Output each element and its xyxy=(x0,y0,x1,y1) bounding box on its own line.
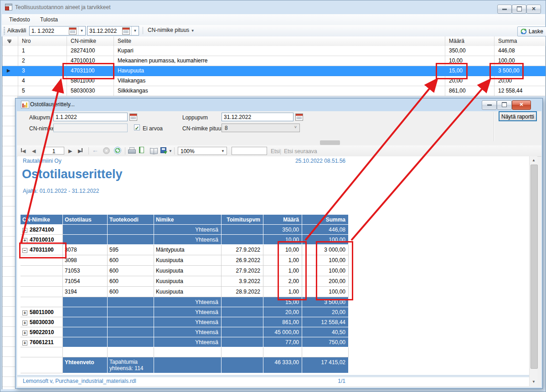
cn-pituus-select[interactable]: 8 ˅ xyxy=(221,124,300,132)
cancel-icon: ✕ xyxy=(103,147,110,154)
column-header-summa[interactable]: Summa xyxy=(494,36,546,46)
table-row[interactable]: 558030030Silkkikangas861,0012 558,44 xyxy=(2,86,546,96)
report-row-summary: YhteenvetoTapahtumia yhteensä: 11446 333… xyxy=(21,357,349,373)
scroll-down-icon[interactable]: ▼ xyxy=(530,378,537,386)
row-selector[interactable] xyxy=(2,86,18,96)
find-button[interactable]: Etsi xyxy=(271,148,280,155)
report-scrollbar[interactable]: ▲ ▼ xyxy=(529,156,537,386)
loppupvm-label: Loppupvm xyxy=(182,114,208,121)
column-header-selite[interactable]: Selite xyxy=(114,36,445,46)
report-cell: Yhteensä xyxy=(154,307,221,317)
expand-icon[interactable]: + xyxy=(22,238,27,243)
table-row[interactable]: 458011000Villakangas20,0020,00 xyxy=(2,76,546,86)
expand-icon[interactable]: + xyxy=(22,330,27,335)
cancel-button[interactable]: ✕ xyxy=(103,147,110,155)
laske-button[interactable]: Laske xyxy=(517,26,546,36)
calendar-icon[interactable] xyxy=(69,27,77,35)
minimize-button[interactable] xyxy=(497,5,512,14)
expand-icon[interactable]: + xyxy=(22,228,27,233)
menu-tulosta[interactable]: Tulosta xyxy=(37,16,61,24)
cell-selite: Havupuuta xyxy=(114,66,445,76)
report-cell-cn xyxy=(21,255,63,266)
report-cell: 46 333,00 xyxy=(263,357,302,373)
show-report-button[interactable]: Näytä raportti xyxy=(499,111,537,121)
dialog-close-button[interactable]: ✕ xyxy=(512,100,531,110)
column-header-nro[interactable]: Nro xyxy=(18,36,67,46)
report-cell xyxy=(108,317,154,327)
report-cell xyxy=(108,327,154,337)
report-row-group: +58030030Yhteensä861,0012 558,44 xyxy=(21,317,349,327)
first-page-button[interactable]: ◀ xyxy=(21,147,26,155)
report-cell: 3.9.2022 xyxy=(221,276,263,287)
print-layout-button[interactable] xyxy=(139,147,144,154)
export-button[interactable] xyxy=(160,147,166,155)
expand-icon[interactable]: + xyxy=(22,310,27,315)
report-column-header: Määrä xyxy=(263,215,302,225)
chevron-down-icon[interactable]: ▼ xyxy=(78,26,85,35)
row-selector[interactable]: ▶ xyxy=(2,66,18,76)
report-cell xyxy=(108,235,154,245)
grid-rows: 128274100Kupari350,00446,08247010010Meka… xyxy=(2,46,546,96)
column-header-cn-nimike[interactable]: CN-nimike xyxy=(67,36,114,46)
cell-maara: 861,00 xyxy=(445,86,494,96)
zoom-select[interactable]: 100% ▼ xyxy=(178,147,227,155)
cn-length-dropdown[interactable]: CN-nimike pituus ▼ xyxy=(148,27,195,33)
dialog-maximize-button[interactable] xyxy=(497,100,512,110)
calendar-icon[interactable] xyxy=(122,27,130,35)
report-cell: 1,00 xyxy=(263,255,302,266)
collapse-splitter[interactable] xyxy=(320,140,340,145)
report-cell xyxy=(63,327,108,337)
close-icon: ✕ xyxy=(531,6,536,11)
date-from-value[interactable]: 1. 1.2022 xyxy=(30,28,69,34)
last-page-button[interactable]: ▶ xyxy=(78,147,82,155)
next-page-button[interactable]: ▶ xyxy=(68,147,72,155)
scrollbar-thumb[interactable] xyxy=(531,165,538,369)
ei-arvoa-checkbox[interactable]: ✓ xyxy=(134,124,140,130)
row-selector[interactable] xyxy=(2,76,18,86)
dialog-minimize-button[interactable] xyxy=(482,100,497,110)
column-header-maara[interactable]: Määrä xyxy=(445,36,494,46)
export-dropdown[interactable]: ▼ xyxy=(169,149,172,156)
report-cell: 27.9.2022 xyxy=(221,266,263,276)
scroll-up-icon[interactable]: ▲ xyxy=(530,157,537,164)
close-button[interactable]: ✕ xyxy=(526,5,541,14)
report-title: Ostotilauserittely xyxy=(22,167,123,181)
row-selector[interactable] xyxy=(2,56,18,66)
previous-page-button[interactable]: ◀ xyxy=(32,147,36,155)
report-cell xyxy=(302,347,349,357)
cn-nimike-input[interactable] xyxy=(53,124,128,132)
report-cell: 595 xyxy=(108,245,154,255)
menu-tiedosto[interactable]: Tiedosto xyxy=(6,16,33,24)
table-row[interactable]: ▶347031100Havupuuta15,003 500,00 xyxy=(2,66,546,76)
alkupvm-input[interactable]: 1.1.2022 xyxy=(53,113,128,121)
expand-icon[interactable]: + xyxy=(22,320,27,325)
calendar-icon[interactable] xyxy=(129,113,137,121)
dialog-title-bar: Ostotilauserittely... ✕ xyxy=(17,100,541,110)
collapse-icon[interactable]: − xyxy=(22,248,27,253)
maximize-button[interactable] xyxy=(512,5,526,14)
calendar-icon[interactable] xyxy=(295,113,303,121)
ei-arvoa-label: Ei arvoa xyxy=(143,125,163,132)
date-to-picker[interactable]: 31.12.2022 ▼ xyxy=(87,26,139,36)
loppupvm-input[interactable]: 31.12.2022 xyxy=(221,113,294,121)
page-number-input[interactable]: 1 xyxy=(43,147,64,155)
grid-corner-filter[interactable] xyxy=(2,36,18,46)
expand-icon[interactable]: + xyxy=(22,340,27,346)
back-button[interactable]: ← xyxy=(92,146,98,154)
refresh-button[interactable] xyxy=(114,147,121,154)
table-row[interactable]: 128274100Kupari350,00446,08 xyxy=(2,46,546,56)
find-next-button[interactable]: Etsi seuraava xyxy=(284,148,317,155)
print-button[interactable] xyxy=(128,147,135,155)
table-row[interactable]: 247010010Mekaaninen puumassa, kuumahierr… xyxy=(2,56,546,66)
report-cell: 20,00 xyxy=(302,307,349,317)
search-input[interactable] xyxy=(232,147,267,155)
cn-pituus-value: 8 xyxy=(225,125,228,131)
page-setup-button[interactable] xyxy=(150,147,157,155)
report-cell: 3078 xyxy=(63,245,108,255)
row-selector[interactable] xyxy=(2,46,18,56)
date-from-picker[interactable]: 1. 1.2022 ▼ xyxy=(29,26,86,36)
aikavali-label: Aikaväli xyxy=(7,27,26,34)
date-to-value[interactable]: 31.12.2022 xyxy=(88,28,122,34)
chevron-down-icon[interactable]: ▼ xyxy=(131,26,139,35)
report-cell xyxy=(63,347,108,357)
